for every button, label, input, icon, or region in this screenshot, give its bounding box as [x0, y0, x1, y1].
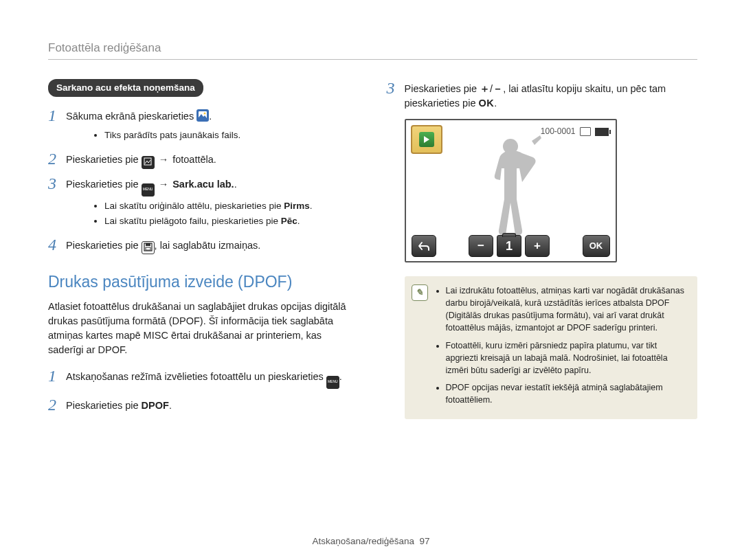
text-bold: DPOF — [142, 400, 169, 411]
step-1: 1 Sākuma ekrānā pieskarieties . — [48, 107, 359, 126]
back-button[interactable] — [412, 235, 436, 257]
text: . — [209, 111, 212, 122]
arrow-icon: → — [159, 179, 172, 190]
menu-icon: MENU — [142, 183, 155, 197]
text: Lai skatītu pielāgoto failu, pieskarieti… — [104, 216, 281, 226]
arrow-icon: → — [159, 154, 169, 165]
right-column: 3 Pieskarieties pie ＋/－, lai atlasītu ko… — [387, 79, 698, 419]
step-number: 4 — [48, 236, 66, 254]
text: . — [310, 201, 313, 211]
note-box: ✎ Lai izdrukātu fotoattēlus, atmiņas kar… — [405, 276, 698, 419]
photo-silhouette — [473, 134, 548, 237]
step-text: Pieskarieties pie , lai saglabātu izmaiņ… — [66, 236, 359, 254]
section-badge: Sarkano acu efekta noņemšana — [48, 79, 203, 97]
step-text: Pieskarieties pie ＋/－, lai atlasītu kopi… — [405, 79, 698, 111]
printer-icon — [580, 127, 591, 136]
page-footer: Atskaņošana/rediģēšana 97 — [0, 536, 742, 546]
text-bold: Pēc — [281, 216, 297, 226]
note-icon: ✎ — [412, 284, 428, 301]
step-number: 1 — [48, 107, 66, 126]
text: fotoattēla. — [172, 154, 216, 165]
text: . — [169, 400, 172, 411]
svg-point-3 — [204, 112, 206, 114]
step-4: 4 Pieskarieties pie , lai saglabātu izma… — [48, 236, 359, 254]
playback-mode-icon — [411, 125, 442, 154]
menu-icon: MENU — [326, 376, 339, 389]
step-text: Pieskarieties pie → fotoattēla. — [66, 150, 359, 169]
step-number: 3 — [387, 79, 405, 111]
ok-glyph: OK — [479, 96, 495, 111]
note-list: Lai izdrukātu fotoattēlus, atmiņas karti… — [435, 284, 688, 411]
left-column: Sarkano acu efekta noņemšana 1 Sākuma ek… — [48, 79, 359, 419]
step-number: 3 — [48, 175, 66, 197]
plus-minus-icon: ＋ — [480, 83, 490, 94]
text: Atskaņošanas režīmā izvēlieties fotoattē… — [66, 371, 326, 382]
plus-button[interactable]: + — [525, 235, 550, 257]
album-icon — [196, 109, 209, 126]
text: Pieskarieties pie — [66, 179, 142, 190]
page: Fotoattēla rediģēšana Sarkano acu efekta… — [0, 0, 742, 419]
sub-item: Tiks parādīts pats jaunākais fails. — [104, 128, 359, 142]
battery-icon — [595, 128, 609, 136]
text: Lai skatītu oriģinālo attēlu, pieskariet… — [104, 201, 284, 211]
step-number: 1 — [48, 367, 66, 389]
plus-minus-icon: － — [493, 83, 503, 94]
edit-photo-icon — [142, 156, 155, 169]
footer-page: 97 — [420, 536, 430, 546]
footer-text: Atskaņošana/rediģēšana — [312, 536, 414, 546]
page-title: Fotoattēla rediģēšana — [48, 41, 697, 60]
camera-preview: 100-0001 — [405, 119, 617, 262]
ok-button[interactable]: OK — [583, 235, 610, 257]
svg-rect-7 — [146, 247, 150, 250]
text: . — [297, 216, 300, 226]
step-3-sub: Lai skatītu oriģinālo attēlu, pieskariet… — [70, 199, 359, 227]
step-number: 2 — [48, 150, 66, 169]
step-3: 3 Pieskarieties pie MENU → Sark.acu lab.… — [48, 175, 359, 197]
step-text: Pieskarieties pie DPOF. — [66, 396, 359, 413]
dpof-step-1: 1 Atskaņošanas režīmā izvēlieties fotoat… — [48, 367, 359, 389]
preview-controls: − 1 + OK — [406, 235, 616, 257]
save-disk-icon — [142, 241, 155, 254]
text: Pieskarieties pie — [66, 400, 142, 411]
note-item: Fotoattēli, kuru izmēri pārsniedz papīra… — [446, 339, 688, 377]
text: . — [494, 98, 497, 109]
text: . — [234, 179, 237, 190]
step-text: Atskaņošanas režīmā izvēlieties fotoattē… — [66, 367, 359, 389]
step-2: 2 Pieskarieties pie → fotoattēla. — [48, 150, 359, 169]
content-columns: Sarkano acu efekta noņemšana 1 Sākuma ek… — [48, 79, 697, 419]
sub-item: Lai skatītu pielāgoto failu, pieskarieti… — [104, 214, 359, 228]
step-text: Pieskarieties pie MENU → Sark.acu lab.. — [66, 175, 359, 197]
text: Pieskarieties pie — [66, 240, 142, 251]
copy-count: 1 — [497, 235, 521, 257]
text: Pieskarieties pie — [66, 154, 142, 165]
text: . — [339, 371, 342, 382]
svg-rect-6 — [146, 243, 150, 246]
text: , lai saglabātu izmaiņas. — [155, 240, 261, 251]
copy-stepper: − 1 + — [469, 235, 550, 257]
section-heading: Drukas pasūtījuma izveide (DPOF) — [48, 271, 359, 293]
step-text: Sākuma ekrānā pieskarieties . — [66, 107, 359, 126]
section-paragraph: Atlasiet fotoattēlus drukāšanai un sagla… — [48, 300, 359, 357]
note-item: Lai izdrukātu fotoattēlus, atmiņas karti… — [446, 284, 688, 335]
text-bold: Pirms — [284, 201, 310, 211]
step-number: 2 — [48, 396, 66, 413]
text-bold: Sark.acu lab. — [172, 179, 234, 190]
step-1-sub: Tiks parādīts pats jaunākais fails. — [70, 128, 359, 142]
text: Sākuma ekrānā pieskarieties — [66, 111, 196, 122]
text: Pieskarieties pie — [405, 83, 480, 94]
note-item: DPOF opcijas nevar iestatīt iekšējā atmi… — [446, 381, 688, 406]
right-step-3: 3 Pieskarieties pie ＋/－, lai atlasītu ko… — [387, 79, 698, 111]
dpof-step-2: 2 Pieskarieties pie DPOF. — [48, 396, 359, 413]
minus-button[interactable]: − — [469, 235, 493, 257]
status-bar: 100-0001 — [541, 126, 609, 137]
sub-item: Lai skatītu oriģinālo attēlu, pieskariet… — [104, 199, 359, 213]
